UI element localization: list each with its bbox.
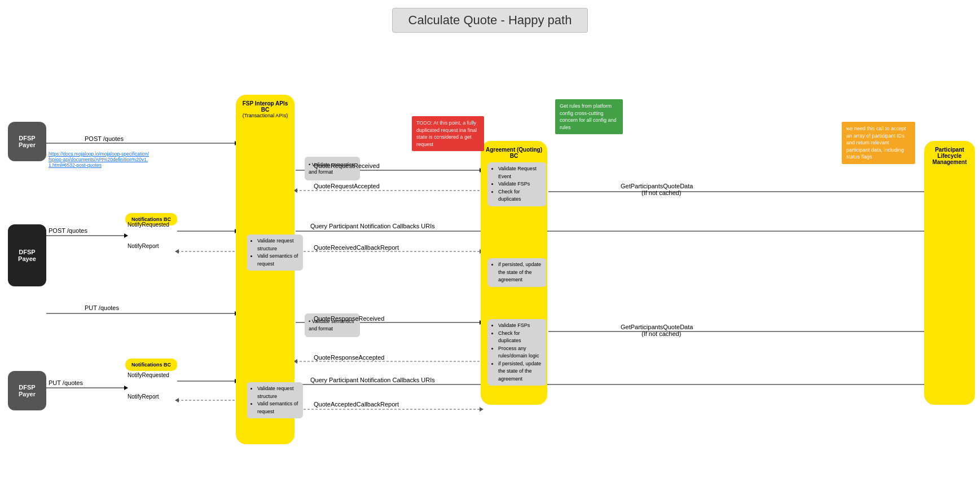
msg-put-quotes-mid: PUT /quotes [85, 304, 119, 311]
bc-label: Participant Lifecycle Management [928, 147, 972, 165]
svg-marker-9 [124, 233, 128, 238]
msg-get-participants-top: GetParticipantsQuoteData(If not cached) [621, 183, 693, 196]
detail-notif-1: Validate request structure Valid semanti… [247, 235, 303, 271]
sticky-green: Get rules from platform config cross-cut… [555, 99, 623, 134]
msg-query-callbacks-bot: Query Participant Notification Callbacks… [310, 377, 435, 383]
bc-label: Agreement (Quoting) BC [484, 147, 544, 159]
actor-dfsp-payer-bot: DFSPPayer [8, 371, 46, 410]
msg-notify-requested-1: NotifyRequested [128, 222, 169, 228]
svg-marker-15 [175, 249, 179, 254]
detail-persisted-1: if persisted, update the state of the ag… [487, 258, 546, 287]
msg-quote-response-received: QuoteResponseReceived [314, 315, 384, 322]
actor-dfsp-payee: DFSPPayee [8, 224, 46, 286]
msg-post-quotes-top: POST /quotes [85, 135, 124, 142]
msg-quote-received-callback: QuoteReceivedCallbackReport [314, 244, 399, 251]
msg-put-quotes-bot: PUT /quotes [49, 379, 83, 386]
svg-marker-27 [124, 386, 128, 390]
bc-sublabel: (Transactional APIs) [243, 113, 288, 118]
sticky-red: TODO: At this point, a fully duplicated … [412, 116, 484, 151]
detail-agreement-top: Validate Request Event Validate FSPs Che… [487, 162, 546, 206]
msg-quote-request-accepted: QuoteRequestAccepted [314, 183, 380, 189]
actor-label: DFSPPayee [18, 249, 36, 262]
msg-post-quotes-payee: POST /quotes [49, 227, 87, 234]
msg-query-callbacks-top: Query Participant Notification Callbacks… [310, 223, 435, 229]
actor-label: DFSPPayer [19, 384, 36, 397]
msg-notify-report-1: NotifyReport [128, 243, 159, 249]
actor-dfsp-payer-top: DFSPPayer [8, 122, 46, 161]
link-mojaloop[interactable]: https://docs.mojaloop.io/mojaloop-specif… [49, 151, 150, 168]
detail-agreement-mid: Validate FSPs Check for duplicates Proce… [487, 319, 546, 386]
msg-notify-report-2: NotifyReport [128, 393, 159, 400]
title-row: Calculate Quote - Happy path [0, 0, 980, 38]
msg-get-participants-bot: GetParticipantsQuoteData(If not cached) [621, 324, 693, 337]
detail-notif-2: Validate request structure Valid semanti… [247, 382, 303, 418]
msg-quote-request-received: QuoteRequestReceived [314, 162, 380, 169]
bc-plm: Participant Lifecycle Management [924, 141, 975, 405]
msg-quote-accepted-callback: QuoteAcceptedCallbackReport [314, 401, 399, 408]
bc-label: FSP Interop APIs BC [239, 100, 291, 113]
sticky-orange: we need this call to accept an array of … [842, 122, 915, 164]
actor-label: DFSPPayer [19, 135, 36, 148]
svg-marker-33 [175, 398, 179, 403]
msg-quote-response-accepted: QuoteResponseAccepted [314, 354, 384, 361]
svg-marker-35 [480, 407, 484, 412]
msg-notify-requested-2: NotifyRequested [128, 372, 169, 378]
page-title: Calculate Quote - Happy path [392, 8, 588, 33]
diagram-area: DFSPPayer DFSPPayee DFSPPayer FSP Intero… [0, 38, 980, 482]
notif-bc-2: Notifications BC [125, 359, 177, 371]
